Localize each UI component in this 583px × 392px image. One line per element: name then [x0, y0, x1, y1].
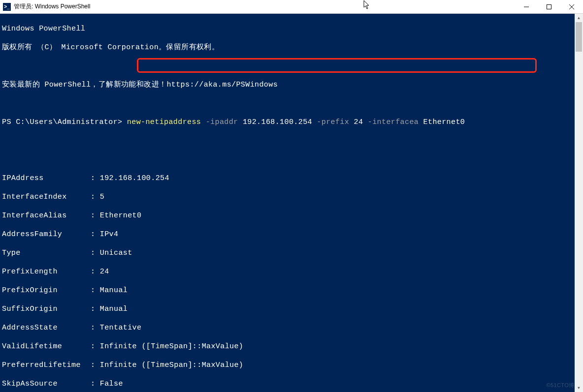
prompt-prefix: PS C:\Users\Administrator> [2, 118, 127, 126]
blank-line [2, 155, 581, 164]
label: Type [2, 248, 91, 258]
value: 192.168.100.254 [100, 174, 169, 182]
output-row: SkipAsSource: False [2, 379, 581, 389]
label: InterfaceIndex [2, 192, 91, 202]
label: PreferredLifetime [2, 361, 91, 370]
label: AddressState [2, 323, 91, 332]
close-button[interactable] [560, 0, 583, 13]
window-title: 管理员: Windows PowerShell [14, 2, 90, 11]
scroll-thumb[interactable] [576, 22, 582, 52]
mouse-cursor-icon [363, 0, 371, 10]
label: SkipAsSource [2, 379, 91, 389]
output-row: PreferredLifetime: Infinite ([TimeSpan]:… [2, 361, 581, 370]
output-row: PrefixLength: 24 [2, 267, 581, 276]
copyright-line: 版权所有 （C） Microsoft Corporation。保留所有权利。 [2, 43, 581, 52]
param-prefix: -prefix [312, 118, 354, 126]
output-row: InterfaceIndex: 5 [2, 192, 581, 202]
blank-line [2, 61, 581, 71]
value: Manual [100, 286, 128, 295]
scroll-down-button[interactable]: ▼ [575, 384, 583, 392]
output-row: IPAddress: 192.168.100.254 [2, 174, 581, 183]
label: InterfaceAlias [2, 211, 91, 220]
install-hint-line: 安装最新的 PowerShell，了解新功能和改进！https://aka.ms… [2, 80, 581, 90]
output-row: PrefixOrigin: Manual [2, 286, 581, 295]
window-titlebar[interactable]: >_ 管理员: Windows PowerShell [0, 0, 583, 14]
value: Unicast [100, 249, 132, 257]
output-row: SuffixOrigin: Manual [2, 304, 581, 314]
window-controls [515, 0, 583, 13]
output-row: AddressState: Tentative [2, 323, 581, 332]
label: IPAddress [2, 174, 91, 183]
output-row: Type: Unicast [2, 248, 581, 258]
vertical-scrollbar[interactable]: ▲ ▼ [575, 14, 583, 392]
blank-line [2, 99, 581, 108]
terminal-output[interactable]: Windows PowerShell 版权所有 （C） Microsoft Co… [0, 14, 583, 392]
param-ipaddr: -ipaddr [201, 118, 243, 126]
label: AddressFamily [2, 230, 91, 239]
intro-line: Windows PowerShell [2, 24, 581, 33]
output-row: ValidLifetime: Infinite ([TimeSpan]::Max… [2, 342, 581, 351]
value: Infinite ([TimeSpan]::MaxValue) [100, 342, 243, 351]
value-interface: Ethernet0 [423, 118, 465, 126]
blank-line [2, 136, 581, 146]
cmdlet-name: new-netipaddress [127, 118, 201, 126]
value-ipaddr: 192.168.100.254 [243, 118, 312, 126]
value: IPv4 [100, 230, 119, 239]
value: False [100, 380, 123, 388]
scroll-up-button[interactable]: ▲ [575, 14, 583, 22]
label: SuffixOrigin [2, 304, 91, 314]
command-line: PS C:\Users\Administrator> new-netipaddr… [2, 118, 581, 127]
label: ValidLifetime [2, 342, 91, 351]
param-interface: -interfacea [363, 118, 423, 126]
svg-rect-1 [547, 4, 551, 9]
value: Infinite ([TimeSpan]::MaxValue) [100, 361, 243, 369]
scroll-track[interactable] [575, 22, 583, 384]
maximize-button[interactable] [538, 0, 560, 13]
value: Ethernet0 [100, 211, 142, 220]
label: PrefixOrigin [2, 286, 91, 295]
value: 24 [100, 268, 109, 276]
output-row: InterfaceAlias: Ethernet0 [2, 211, 581, 220]
value: Tentative [100, 324, 142, 332]
label: PrefixLength [2, 267, 91, 276]
value: 5 [100, 193, 104, 201]
value-prefix: 24 [354, 118, 363, 126]
value: Manual [100, 305, 128, 313]
powershell-icon: >_ [3, 3, 11, 11]
minimize-button[interactable] [515, 0, 538, 13]
output-row: AddressFamily: IPv4 [2, 230, 581, 239]
